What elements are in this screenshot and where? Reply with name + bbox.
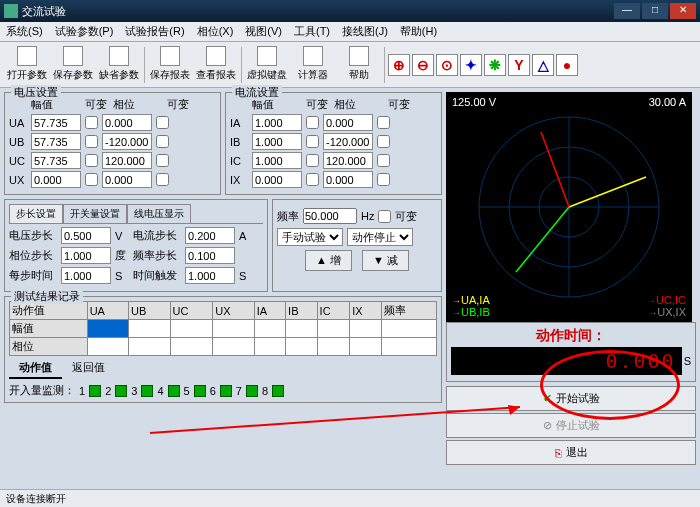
increase-button[interactable]: ▲ 增 <box>305 250 352 271</box>
ux-amp-input[interactable] <box>31 171 81 188</box>
tab-return-value[interactable]: 返回值 <box>62 358 115 379</box>
ib-phase-var[interactable] <box>377 135 390 148</box>
svg-line-7 <box>541 132 569 207</box>
table-row[interactable]: 幅值 <box>10 320 437 338</box>
app-icon <box>4 4 18 18</box>
ix-phase-var[interactable] <box>377 173 390 186</box>
ic-phase-input[interactable] <box>323 152 373 169</box>
save-params-button[interactable]: 保存参数 <box>50 44 96 86</box>
fstep-input[interactable] <box>185 247 235 264</box>
calculator-icon <box>303 46 323 66</box>
menu-tools[interactable]: 工具(T) <box>294 24 330 39</box>
trig-input[interactable] <box>185 267 235 284</box>
ic-amp-input[interactable] <box>252 152 302 169</box>
tab-switch[interactable]: 开关量设置 <box>63 204 127 223</box>
io-8 <box>272 385 284 397</box>
io-monitor: 开入量监测： 1 2 3 4 5 6 7 8 <box>9 383 437 398</box>
freq-var[interactable] <box>378 210 391 223</box>
io-6 <box>220 385 232 397</box>
ic-amp-var[interactable] <box>306 154 319 167</box>
ia-label: IA <box>230 117 248 129</box>
ua-amp-var[interactable] <box>85 116 98 129</box>
record-icon[interactable]: ● <box>556 54 578 76</box>
menu-system[interactable]: 系统(S) <box>6 24 43 39</box>
menu-params[interactable]: 试验参数(P) <box>55 24 114 39</box>
default-params-button[interactable]: 缺省参数 <box>96 44 142 86</box>
io-7 <box>246 385 258 397</box>
ua-amp-input[interactable] <box>31 114 81 131</box>
step-group: 步长设置 开关量设置 线电压显示 电压步长V电流步长A 相位步长度频率步长 每步… <box>4 199 268 292</box>
keyboard-button[interactable]: 虚拟键盘 <box>244 44 290 86</box>
zoom-out-icon[interactable]: ⊖ <box>412 54 434 76</box>
decrease-button[interactable]: ▼ 减 <box>362 250 409 271</box>
menu-help[interactable]: 帮助(H) <box>400 24 437 39</box>
pstep-input[interactable] <box>61 247 111 264</box>
ib-phase-input[interactable] <box>323 133 373 150</box>
close-button[interactable]: ✕ <box>670 3 696 19</box>
menu-phase[interactable]: 相位(X) <box>197 24 234 39</box>
uc-phase-input[interactable] <box>102 152 152 169</box>
freq-input[interactable] <box>303 208 357 224</box>
exit-icon: ⎘ <box>555 447 562 459</box>
report-save-icon <box>160 46 180 66</box>
ub-phase-input[interactable] <box>102 133 152 150</box>
ix-amp-input[interactable] <box>252 171 302 188</box>
help-button[interactable]: 帮助 <box>336 44 382 86</box>
triangle-icon[interactable]: △ <box>532 54 554 76</box>
mode-select[interactable]: 手动试验 <box>277 228 343 246</box>
vstep-input[interactable] <box>61 227 111 244</box>
ua-phase-input[interactable] <box>102 114 152 131</box>
ib-amp-var[interactable] <box>306 135 319 148</box>
view-report-button[interactable]: 查看报表 <box>193 44 239 86</box>
tab-action-value[interactable]: 动作值 <box>9 358 62 379</box>
ua-phase-var[interactable] <box>156 116 169 129</box>
open-params-button[interactable]: 打开参数 <box>4 44 50 86</box>
uc-phase-var[interactable] <box>156 154 169 167</box>
ub-phase-var[interactable] <box>156 135 169 148</box>
y-axis-icon[interactable]: Y <box>508 54 530 76</box>
voltage-group: 电压设置 幅值可变相位可变 UA UB UC UX <box>4 92 221 195</box>
ic-phase-var[interactable] <box>377 154 390 167</box>
maximize-button[interactable]: □ <box>642 3 668 19</box>
ub-amp-var[interactable] <box>85 135 98 148</box>
toolbar: 打开参数 保存参数 缺省参数 保存报表 查看报表 虚拟键盘 计算器 帮助 ⊕ ⊖… <box>0 42 700 88</box>
stop-icon: ⊘ <box>543 419 552 432</box>
ia-amp-input[interactable] <box>252 114 302 131</box>
ib-amp-input[interactable] <box>252 133 302 150</box>
tab-step[interactable]: 步长设置 <box>9 204 63 223</box>
ia-phase-input[interactable] <box>323 114 373 131</box>
zoom-fit-icon[interactable]: ⊙ <box>436 54 458 76</box>
ix-phase-input[interactable] <box>323 171 373 188</box>
istep-input[interactable] <box>185 227 235 244</box>
tstep-input[interactable] <box>61 267 111 284</box>
io-4 <box>168 385 180 397</box>
compass-icon[interactable]: ❋ <box>484 54 506 76</box>
ia-phase-var[interactable] <box>377 116 390 129</box>
ub-amp-input[interactable] <box>31 133 81 150</box>
svg-line-5 <box>569 177 646 207</box>
calculator-button[interactable]: 计算器 <box>290 44 336 86</box>
zoom-in-icon[interactable]: ⊕ <box>388 54 410 76</box>
uc-amp-input[interactable] <box>31 152 81 169</box>
exit-button[interactable]: ⎘退出 <box>446 440 696 465</box>
table-row[interactable]: 相位 <box>10 338 437 356</box>
ia-amp-var[interactable] <box>306 116 319 129</box>
ux-amp-var[interactable] <box>85 173 98 186</box>
ux-phase-input[interactable] <box>102 171 152 188</box>
menu-report[interactable]: 试验报告(R) <box>125 24 184 39</box>
svg-line-6 <box>516 207 569 272</box>
stop-test-button[interactable]: ⊘停止试验 <box>446 413 696 438</box>
menu-view[interactable]: 视图(V) <box>245 24 282 39</box>
start-test-button[interactable]: ✔开始试验 <box>446 386 696 411</box>
action-time-label: 动作时间： <box>451 327 691 345</box>
ux-phase-var[interactable] <box>156 173 169 186</box>
uc-amp-var[interactable] <box>85 154 98 167</box>
result-table: 动作值UAUBUCUXIAIBICIX频率 幅值 相位 <box>9 301 437 356</box>
menu-wiring[interactable]: 接线图(J) <box>342 24 388 39</box>
action-select[interactable]: 动作停止 <box>347 228 413 246</box>
tab-linevolt[interactable]: 线电压显示 <box>127 204 191 223</box>
refresh-icon[interactable]: ✦ <box>460 54 482 76</box>
ix-amp-var[interactable] <box>306 173 319 186</box>
minimize-button[interactable]: — <box>614 3 640 19</box>
save-report-button[interactable]: 保存报表 <box>147 44 193 86</box>
